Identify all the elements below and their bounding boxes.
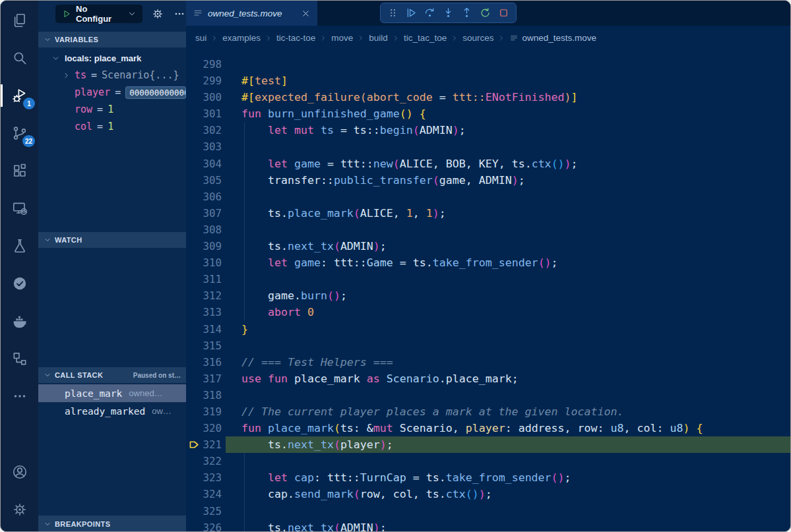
gutter[interactable]: 325 [186,503,226,519]
code-line-323[interactable]: 323 let cap: ttt::TurnCap = ts.take_from… [186,469,790,486]
breadcrumb-item[interactable]: move [331,33,353,43]
code-line-content[interactable]: fun place_mark(ts: &mut Scenario, player… [226,420,790,436]
code-line-content[interactable] [226,138,790,155]
gutter[interactable]: 301 [186,105,226,122]
activity-bar-item-remote-explorer[interactable] [1,192,38,224]
step-out-button[interactable] [460,7,473,19]
gutter[interactable]: 304 [186,156,226,172]
code-line-content[interactable]: } [226,321,790,338]
gutter[interactable]: 319 [186,403,226,420]
gutter[interactable]: 310 [186,254,226,271]
gutter[interactable]: 298 [186,56,226,73]
breadcrumb-item[interactable]: sources [462,33,493,43]
gutter[interactable]: 314 [186,321,226,338]
gutter[interactable]: 308 [186,222,226,238]
debug-settings-gear-icon[interactable] [151,7,164,20]
breadcrumb-item[interactable]: tic_tac_toe [404,33,447,43]
variable-row-ts[interactable]: ts = Scenario{...} [38,67,186,84]
gutter[interactable]: 303 [186,138,226,155]
code-line-content[interactable] [226,503,790,519]
code-line-content[interactable]: ts.next_tx(ADMIN); [226,238,790,254]
code-line-content[interactable]: // The current player places a mark at t… [226,403,790,420]
breadcrumb-item[interactable]: build [369,33,388,43]
code-line-315[interactable]: 315 [186,338,790,354]
start-debugging-icon[interactable] [61,9,72,19]
breadcrumb-item[interactable]: examples [222,33,261,43]
gutter[interactable]: 307 [186,205,226,222]
callstack-frame-already-marked[interactable]: already_marked ow… [38,402,186,420]
step-into-button[interactable] [442,7,455,19]
activity-bar-item-tasks[interactable] [1,268,38,299]
watch-section-header[interactable]: WATCH [38,232,186,248]
breadcrumb-item[interactable]: sui [195,33,206,43]
restart-button[interactable] [479,7,491,19]
code-line-content[interactable]: abort 0 [226,304,790,320]
activity-bar-item-source-control[interactable]: 22 [1,117,38,149]
breadcrumb-item[interactable]: owned_tests.move [509,33,596,43]
gutter[interactable]: 323 [186,469,226,486]
gutter[interactable]: 317 [186,370,226,387]
gutter[interactable]: 318 [186,387,226,403]
code-line-322[interactable]: 322 [186,453,790,469]
code-line-303[interactable]: 303 [186,138,790,155]
code-line-312[interactable]: 312 game.burn(); [186,287,790,304]
code-line-305[interactable]: 305 transfer::public_transfer(game, ADMI… [186,172,790,189]
code-line-content[interactable]: let mut ts = ts::begin(ADMIN); [226,122,790,138]
code-line-content[interactable]: let game = ttt::new(ALICE, BOB, KEY, ts.… [226,156,790,172]
code-line-content[interactable] [226,387,790,403]
gutter[interactable]: 313 [186,304,226,320]
code-line-316[interactable]: 316// === Test Helpers === [186,354,790,370]
code-line-311[interactable]: 311 [186,271,790,287]
breakpoints-section-header[interactable]: BREAKPOINTS [38,516,186,531]
code-line-301[interactable]: 301fun burn_unfinished_game() { [186,105,790,122]
gutter[interactable]: 309 [186,238,226,254]
code-line-318[interactable]: 318 [186,387,790,403]
code-line-content[interactable]: #[test] [226,73,790,89]
gutter[interactable]: 306 [186,189,226,205]
code-line-content[interactable] [226,222,790,238]
continue-button[interactable] [405,7,418,19]
code-line-content[interactable]: ts.next_tx(ADMIN); [226,519,790,531]
gutter[interactable]: 302 [186,122,226,138]
gutter[interactable]: 311 [186,271,226,287]
gutter[interactable]: 322 [186,453,226,469]
step-over-button[interactable] [424,7,436,19]
code-line-content[interactable]: #[expected_failure(abort_code = ttt::ENo… [226,89,790,105]
code-line-314[interactable]: 314} [186,321,790,338]
code-line-content[interactable]: ts.next_tx(player); [226,436,790,453]
gutter[interactable]: 299 [186,73,226,89]
code-line-326[interactable]: 326 ts.next_tx(ADMIN); [186,519,790,531]
code-line-307[interactable]: 307 ts.place_mark(ALICE, 1, 1); [186,205,790,222]
code-line-298[interactable]: 298 [186,56,790,73]
activity-bar-item-more-views[interactable] [1,380,38,412]
code-line-309[interactable]: 309 ts.next_tx(ADMIN); [186,238,790,254]
callstack-frame-place-mark[interactable]: place_mark owned… [38,384,186,402]
code-line-308[interactable]: 308 [186,222,790,238]
gutter[interactable]: 326 [186,519,226,531]
code-line-content[interactable]: cap.send_mark(row, col, ts.ctx()); [226,486,790,502]
activity-bar-item-testing[interactable] [1,230,38,262]
code-line-content[interactable]: game.burn(); [226,287,790,304]
activity-bar-item-accounts[interactable] [1,456,38,488]
close-tab-icon[interactable] [301,9,311,18]
tab-owned-tests-move[interactable]: owned_tests.move [186,1,317,26]
code-line-content[interactable]: ts.place_mark(ALICE, 1, 1); [226,205,790,222]
stop-button[interactable] [497,7,510,19]
variable-row-col[interactable]: col = 1 [38,118,186,135]
code-line-302[interactable]: 302 let mut ts = ts::begin(ADMIN); [186,122,790,138]
activity-bar-item-settings[interactable] [1,494,38,525]
code-line-304[interactable]: 304 let game = ttt::new(ALICE, BOB, KEY,… [186,156,790,172]
code-area[interactable]: 298299#[test]300#[expected_failure(abort… [186,50,790,531]
activity-bar-item-explorer[interactable] [1,5,38,36]
code-line-content[interactable]: fun burn_unfinished_game() { [226,105,790,122]
code-line-320[interactable]: 320fun place_mark(ts: &mut Scenario, pla… [186,420,790,436]
gutter[interactable]: 321 [186,436,226,453]
code-line-content[interactable] [226,56,790,73]
code-line-325[interactable]: 325 [186,503,790,519]
code-line-content[interactable]: use fun place_mark as Scenario.place_mar… [226,370,790,387]
variable-value-selected[interactable]: 000000000000… [125,86,186,99]
gutter[interactable]: 320 [186,420,226,436]
callstack-section-header[interactable]: CALL STACK Paused on st… [38,367,186,383]
drag-handle-button[interactable] [387,7,399,19]
activity-bar-item-search[interactable] [1,42,38,74]
